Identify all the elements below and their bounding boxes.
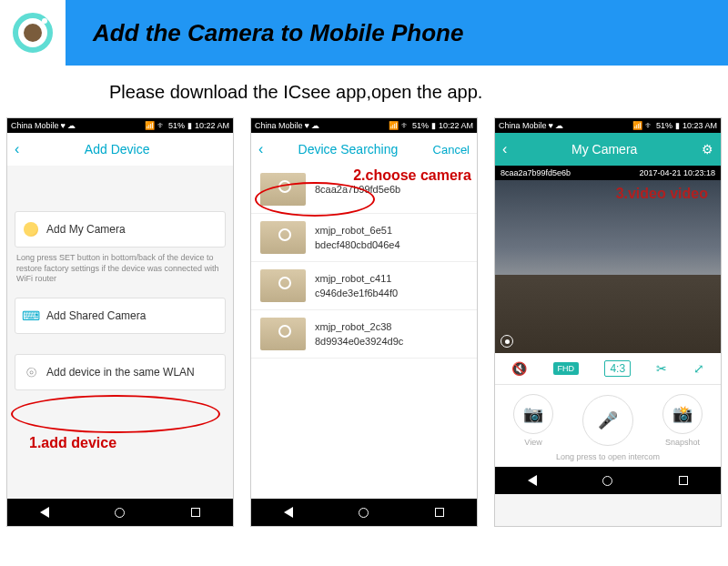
- device-id: 8d9934e0e3924d9c: [315, 334, 403, 349]
- device-row[interactable]: xmjp_robot_c411c946de3e1f6b44f0: [251, 262, 477, 310]
- battery-icon: ▮: [187, 121, 192, 130]
- button-label: Snapshot: [665, 438, 700, 447]
- nav-recent-icon[interactable]: [679, 476, 688, 485]
- android-nav-bar: [251, 499, 477, 526]
- app-header: ‹ My Camera ⚙: [495, 133, 721, 166]
- keyboard-icon: ⌨: [23, 308, 39, 324]
- phone-screenshot-3: China Mobile♥☁ 📶ᯤ51%▮10:23 AM ‹ My Camer…: [494, 117, 722, 527]
- control-row-1: 🔇 FHD 4:3 ✂ ⤢: [495, 353, 721, 385]
- wifi-icon: ᯤ: [401, 121, 410, 130]
- instruction-text: Please download the ICsee app,open the a…: [0, 66, 728, 114]
- page-header: Add the Camera to Mobile Phone: [0, 0, 728, 66]
- device-thumbnail: [260, 173, 306, 206]
- cloud-icon: ☁: [311, 121, 319, 130]
- option-label: Add device in the same WLAN: [46, 366, 195, 379]
- device-thumbnail: [260, 269, 306, 302]
- annotation-3: 3.video video: [616, 186, 708, 202]
- add-wlan-device-option[interactable]: ⦾ Add device in the same WLAN: [15, 354, 226, 390]
- device-id: c946de3e1f6b44f0: [315, 286, 398, 301]
- camera-info-bar: 8caa2a7b99fd5e6b 2017-04-21 10:23:18: [495, 166, 721, 180]
- app-logo-container: [0, 0, 66, 66]
- app-header: ‹ Device Searching Cancel: [251, 133, 477, 166]
- scissors-icon[interactable]: ✂: [656, 361, 667, 376]
- android-nav-bar: [495, 467, 721, 494]
- nav-back-icon[interactable]: [528, 475, 537, 486]
- battery-label: 51%: [168, 121, 185, 130]
- wifi-icon: ᯤ: [645, 121, 653, 130]
- annotation-2: 2.choose camera: [353, 167, 471, 184]
- time-label: 10:23 AM: [682, 121, 717, 130]
- add-shared-camera-option[interactable]: ⌨ Add Shared Camera: [15, 298, 226, 334]
- heart-icon: ♥: [549, 121, 553, 130]
- device-id: bdecf480cbd046e4: [315, 238, 400, 253]
- help-text: Long press SET button in bottom/back of …: [15, 253, 226, 298]
- screen-title: Device Searching: [263, 142, 432, 157]
- app-header: ‹ Add Device: [7, 133, 233, 166]
- phone-screenshots-row: China Mobile♥☁ 📶ᯤ51%▮10:22 AM ‹ Add Devi…: [0, 114, 728, 554]
- intercom-button[interactable]: 🎤: [582, 395, 633, 446]
- camera-id: 8caa2a7b99fd5e6b: [500, 168, 571, 177]
- device-thumbnail: [260, 318, 306, 350]
- video-preview[interactable]: 3.video video: [495, 180, 721, 353]
- time-label: 10:22 AM: [195, 121, 229, 130]
- record-indicator-icon: [500, 335, 513, 348]
- signal-icon: 📶: [389, 121, 399, 130]
- mute-icon[interactable]: 🔇: [511, 361, 527, 376]
- intercom-hint: Long press to open intercom: [495, 450, 721, 467]
- signal-icon: 📶: [632, 121, 642, 130]
- nav-recent-icon[interactable]: [191, 508, 200, 517]
- snapshot-button[interactable]: 📸 Snapshot: [662, 394, 703, 447]
- moon-icon: [23, 221, 39, 238]
- status-bar: China Mobile♥☁ 📶ᯤ51%▮10:22 AM: [7, 118, 233, 133]
- app-logo: [5, 5, 60, 60]
- nav-recent-icon[interactable]: [435, 508, 444, 517]
- device-id: 8caa2a7b99fd5e6b: [315, 182, 400, 197]
- device-name: xmjp_robot_c411: [315, 271, 398, 287]
- annotation-1: 1.add device: [29, 435, 116, 451]
- status-bar: China Mobile♥☁ 📶ᯤ51%▮10:23 AM: [495, 118, 721, 133]
- time-label: 10:22 AM: [439, 121, 473, 130]
- snapshot-icon: 📸: [662, 394, 703, 434]
- screen-body: 2.choose camera 8caa2a7b99fd5e6b xmjp_ro…: [251, 166, 477, 499]
- resolution-badge[interactable]: FHD: [553, 362, 580, 375]
- screen-title: My Camera: [507, 142, 702, 157]
- cancel-button[interactable]: Cancel: [433, 143, 470, 157]
- device-name: xmjp_robot_6e51: [315, 223, 400, 238]
- aspect-ratio-button[interactable]: 4:3: [604, 360, 631, 377]
- option-label: Add My Camera: [46, 223, 126, 236]
- battery-label: 51%: [656, 121, 672, 130]
- cloud-icon: ☁: [555, 121, 563, 130]
- battery-icon: ▮: [431, 121, 436, 130]
- carrier-label: China Mobile: [255, 121, 303, 130]
- signal-icon: 📶: [145, 121, 155, 130]
- control-row-2: 📷 View 🎤 📸 Snapshot: [495, 385, 721, 450]
- timestamp: 2017-04-21 10:23:18: [639, 168, 715, 177]
- screen-body: Add My Camera Long press SET button in b…: [7, 166, 233, 499]
- wifi-icon: ᯤ: [157, 121, 166, 130]
- add-my-camera-option[interactable]: Add My Camera: [15, 211, 226, 248]
- nav-home-icon[interactable]: [115, 508, 125, 518]
- android-nav-bar: [7, 499, 233, 526]
- device-name: xmjp_robot_2c38: [315, 319, 403, 335]
- microphone-icon: 🎤: [582, 395, 633, 446]
- fullscreen-icon[interactable]: ⤢: [693, 361, 704, 376]
- settings-icon[interactable]: ⚙: [702, 142, 713, 157]
- heart-icon: ♥: [305, 121, 309, 130]
- device-row[interactable]: xmjp_robot_2c388d9934e0e3924d9c: [251, 310, 477, 359]
- nav-home-icon[interactable]: [359, 508, 369, 518]
- phone-screenshot-2: China Mobile♥☁ 📶ᯤ51%▮10:22 AM ‹ Device S…: [250, 117, 478, 527]
- nav-home-icon[interactable]: [602, 476, 612, 486]
- device-row[interactable]: xmjp_robot_6e51bdecf480cbd046e4: [251, 214, 477, 262]
- status-bar: China Mobile♥☁ 📶ᯤ51%▮10:22 AM: [251, 118, 477, 133]
- nav-back-icon[interactable]: [40, 507, 49, 518]
- carrier-label: China Mobile: [11, 121, 59, 130]
- button-label: View: [524, 438, 541, 447]
- option-label: Add Shared Camera: [46, 309, 146, 322]
- wifi-icon: ⦾: [23, 364, 39, 380]
- phone-screenshot-1: China Mobile♥☁ 📶ᯤ51%▮10:22 AM ‹ Add Devi…: [6, 117, 234, 527]
- device-thumbnail: [260, 221, 306, 254]
- cloud-icon: ☁: [67, 121, 76, 130]
- nav-back-icon[interactable]: [284, 507, 293, 518]
- battery-label: 51%: [412, 121, 429, 130]
- view-button[interactable]: 📷 View: [513, 394, 553, 447]
